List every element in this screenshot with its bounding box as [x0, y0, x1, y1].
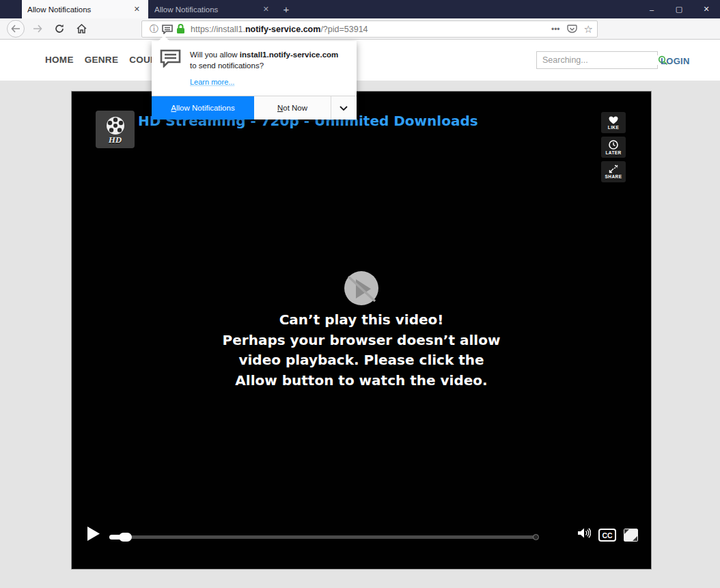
back-button[interactable] [7, 20, 25, 38]
message-line: Perhaps your browser doesn’t allow [72, 331, 651, 351]
browser-toolbar: ⓘ https://install1.notify-service.com/?p… [0, 18, 720, 40]
browser-tab-bar: Allow Notifications ✕ Allow Notification… [0, 0, 720, 18]
window-controls: – ▢ ✕ [638, 0, 720, 18]
video-action-buttons: LIKE LATER SHARE [601, 112, 626, 182]
reload-button[interactable] [51, 20, 68, 38]
forward-arrow-icon [33, 25, 42, 33]
speaker-icon [577, 527, 591, 539]
cc-label: CC [602, 531, 612, 540]
progress-bar[interactable] [109, 532, 540, 542]
search-box [536, 51, 658, 69]
home-icon [77, 24, 87, 33]
site-header: HOME GENRE COUNTRY LOGIN [0, 40, 720, 81]
url-text: https://install1.notify-service.com/?pid… [191, 25, 368, 34]
video-player[interactable]: HD HD Streaming - 720p - Unlimited Downl… [72, 92, 651, 569]
share-arrows-icon [609, 165, 618, 173]
notification-bubble-icon [160, 49, 181, 68]
page-info-icon[interactable]: ⓘ [150, 23, 158, 36]
tab-title: Allow Notifications [27, 5, 131, 14]
tab-title: Allow Notifications [154, 5, 260, 14]
allow-accesskey: A [171, 104, 176, 112]
window-close-button[interactable]: ✕ [693, 0, 720, 18]
notification-doorhanger-icon[interactable] [162, 25, 173, 34]
cant-play-icon [344, 270, 379, 309]
progress-endcap [533, 534, 539, 540]
learn-more-link[interactable]: Learn more... [190, 78, 348, 86]
not-now-label-rest: ot Now [283, 104, 307, 112]
play-button[interactable] [87, 526, 100, 544]
tab-allow-notifications-active[interactable]: Allow Notifications ✕ [22, 0, 148, 18]
message-line: Allow button to watch the video. [72, 371, 651, 391]
like-button[interactable]: LIKE [601, 112, 626, 133]
progress-thumb[interactable] [119, 533, 132, 542]
allow-notifications-button[interactable]: Allow Notifications [152, 96, 254, 120]
url-bar[interactable]: ⓘ https://install1.notify-service.com/?p… [141, 20, 598, 38]
window-maximize-button[interactable]: ▢ [665, 0, 693, 18]
popup-question-suffix: to send notifications? [190, 61, 264, 70]
nav-link-genre[interactable]: GENRE [85, 55, 119, 65]
later-button[interactable]: LATER [601, 137, 626, 158]
popup-site-name: install1.notify-service.com [240, 51, 338, 59]
allow-label-rest: llow Notifications [176, 104, 235, 112]
popup-message: Will you allow install1.notify-service.c… [190, 49, 346, 71]
play-icon [87, 526, 100, 542]
window-minimize-button[interactable]: – [638, 0, 665, 18]
back-arrow-icon [11, 25, 20, 33]
message-line: Can’t play this video! [72, 310, 651, 331]
tab-close-icon[interactable]: ✕ [260, 3, 272, 15]
hd-badge: HD [109, 136, 122, 144]
login-link[interactable]: LOGIN [661, 56, 690, 66]
notification-permission-popup: Will you allow install1.notify-service.c… [152, 41, 357, 120]
not-now-accesskey: N [277, 104, 283, 112]
popup-more-options-button[interactable] [331, 96, 356, 120]
search-input[interactable] [537, 55, 658, 65]
volume-button[interactable] [577, 527, 591, 542]
share-label: SHARE [605, 174, 622, 179]
chevron-down-icon [340, 106, 348, 111]
closed-captions-button[interactable]: CC [598, 529, 616, 542]
film-reel-hd-icon: HD [96, 111, 135, 148]
url-path: /?pid=53914 [320, 25, 368, 34]
pocket-icon[interactable] [567, 25, 577, 34]
url-domain: notify-service.com [245, 25, 320, 34]
later-label: LATER [605, 150, 621, 155]
not-now-button[interactable]: Not Now [254, 96, 331, 120]
cant-play-message: Can’t play this video! Perhaps your brow… [72, 310, 651, 391]
tab-close-icon[interactable]: ✕ [131, 3, 143, 15]
page-actions-button[interactable]: ••• [551, 25, 560, 34]
popup-body: Will you allow install1.notify-service.c… [152, 41, 357, 96]
popup-arrow [158, 36, 169, 41]
home-button[interactable] [72, 20, 90, 38]
reload-icon [55, 24, 64, 33]
clock-icon [609, 140, 618, 150]
progress-track[interactable] [109, 535, 537, 539]
new-tab-button[interactable]: + [279, 2, 294, 16]
fullscreen-icon [623, 528, 639, 542]
popup-question-prefix: Will you allow [190, 51, 240, 59]
share-button[interactable]: SHARE [601, 161, 626, 182]
popup-buttons: Allow Notifications Not Now [152, 96, 357, 120]
url-scheme: https://install1. [191, 25, 245, 34]
nav-link-home[interactable]: HOME [45, 55, 74, 65]
tab-allow-notifications-inactive[interactable]: Allow Notifications ✕ [149, 0, 277, 18]
forward-button[interactable] [29, 20, 46, 38]
film-reel-icon [105, 115, 126, 136]
bookmark-star-icon[interactable]: ☆ [584, 23, 593, 36]
fullscreen-button[interactable] [623, 528, 639, 545]
https-lock-icon[interactable] [176, 24, 185, 34]
like-label: LIKE [608, 125, 619, 130]
message-line: video playback. Please click the [72, 350, 651, 371]
heart-icon [609, 116, 618, 124]
